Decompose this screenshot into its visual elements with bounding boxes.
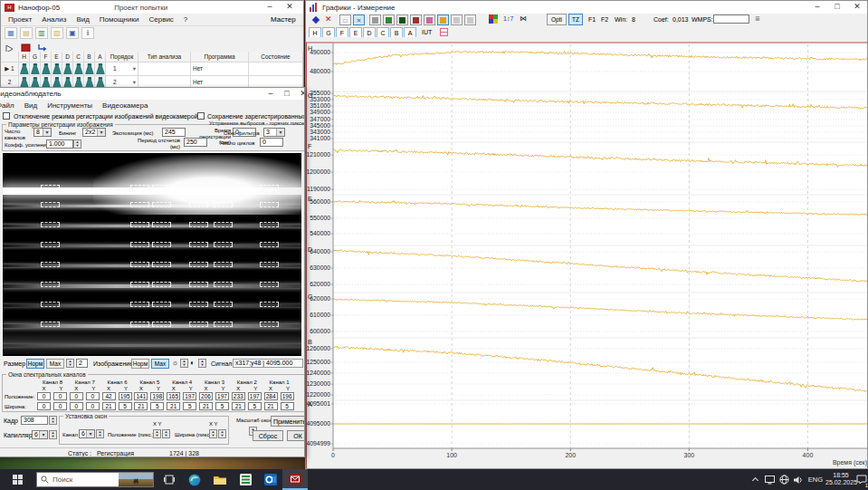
delete-icon[interactable]: ✕: [325, 14, 332, 24]
width-x-input[interactable]: 21: [232, 402, 245, 410]
program-cell[interactable]: Нет: [191, 62, 249, 76]
well-icon[interactable]: [52, 62, 62, 76]
tray-chevron-icon[interactable]: [748, 469, 762, 490]
f2-label[interactable]: F2: [601, 16, 608, 24]
roi-box[interactable]: [41, 282, 60, 287]
iut-label[interactable]: IUT: [422, 29, 432, 36]
series-color-button-5[interactable]: [437, 14, 449, 25]
stack-icon[interactable]: ≣: [755, 15, 760, 23]
roi-box[interactable]: [189, 322, 208, 327]
f1-label[interactable]: F1: [588, 16, 596, 24]
nanofor-menu-2[interactable]: Вид: [76, 15, 89, 24]
save-icon[interactable]: ▣: [66, 27, 79, 39]
roi-box[interactable]: [214, 322, 233, 327]
roi-box[interactable]: [214, 222, 233, 227]
pos-x-input[interactable]: 284: [264, 392, 278, 400]
save-images-checkbox[interactable]: [197, 112, 205, 120]
tray-network-icon[interactable]: [777, 469, 791, 490]
graphs-maximize-button[interactable]: □: [829, 1, 845, 13]
nanofor-minimize-button[interactable]: –: [262, 1, 278, 13]
roi-box[interactable]: [130, 262, 149, 267]
run-icon[interactable]: [5, 41, 17, 52]
filter-window-select[interactable]: 3: [263, 128, 285, 137]
roi-box[interactable]: [41, 302, 60, 307]
roi-box[interactable]: [189, 202, 208, 207]
roi-box[interactable]: [189, 302, 208, 307]
graphs-minimize-button[interactable]: –: [809, 1, 825, 13]
reset-button[interactable]: Сброс: [253, 430, 283, 441]
roi-box[interactable]: [152, 302, 171, 307]
size-spinner[interactable]: [66, 359, 74, 368]
pos-x-input[interactable]: 42: [102, 392, 116, 400]
binning-select[interactable]: 2x2: [82, 128, 106, 137]
roi-box[interactable]: [260, 185, 279, 190]
roi-box[interactable]: [152, 282, 171, 287]
opti-button[interactable]: Opti: [547, 14, 567, 25]
size-norm-button[interactable]: Норм: [26, 359, 44, 369]
roi-box[interactable]: [189, 222, 208, 227]
pos-x-input[interactable]: 233: [232, 392, 245, 400]
green-app-icon[interactable]: [234, 469, 257, 490]
pink-grid-icon[interactable]: [440, 28, 448, 36]
pos-x-input[interactable]: 0: [70, 392, 83, 400]
pos-y-input[interactable]: 0: [53, 392, 67, 400]
pos-x-input[interactable]: 0: [37, 392, 51, 400]
join-icon[interactable]: ⋈: [520, 14, 527, 23]
setup-width-y-spinner[interactable]: [218, 429, 226, 438]
open-folder-icon[interactable]: ▧: [51, 27, 63, 39]
width-x-input[interactable]: 21: [102, 402, 116, 410]
video-maximize-button[interactable]: □: [279, 88, 295, 100]
setup-pos-x-spinner[interactable]: [153, 429, 161, 438]
row-selector[interactable]: ▶ 1: [1, 62, 19, 76]
camera-image[interactable]: [3, 153, 301, 356]
width-y-input[interactable]: 5: [119, 402, 132, 410]
well-icon[interactable]: [62, 62, 73, 76]
roi-box[interactable]: [130, 242, 149, 247]
series-color-button-2[interactable]: [396, 14, 408, 25]
well-icon[interactable]: [95, 62, 106, 76]
width-y-input[interactable]: 5: [281, 402, 294, 410]
roi-box[interactable]: [152, 222, 171, 227]
mail-app-icon-active[interactable]: [282, 469, 308, 490]
notification-center-icon[interactable]: 1: [854, 469, 868, 490]
roi-box[interactable]: [41, 322, 60, 327]
order-cell[interactable]: 1▾: [106, 62, 138, 76]
width-y-input[interactable]: 0: [53, 402, 67, 410]
roi-box[interactable]: [214, 262, 233, 267]
ok-button[interactable]: ОК: [287, 430, 305, 441]
roi-box[interactable]: [130, 322, 149, 327]
order-dropdown-arrow[interactable]: ▾: [133, 62, 136, 75]
video-menu-2[interactable]: Инструменты: [47, 101, 92, 110]
size-max-button[interactable]: Мах: [46, 359, 64, 369]
new-doc-icon[interactable]: ▤: [20, 27, 33, 39]
nanofor-close-button[interactable]: ✕: [281, 1, 298, 13]
series-color-button-4[interactable]: [424, 14, 435, 25]
frame-spinner[interactable]: [49, 416, 57, 425]
roi-box[interactable]: [260, 322, 279, 327]
roi-box[interactable]: [214, 185, 233, 190]
file-explorer-icon[interactable]: [208, 469, 232, 490]
gain-spinner[interactable]: [73, 139, 81, 149]
width-x-input[interactable]: 0: [37, 402, 51, 410]
contrast-icon[interactable]: ◐: [190, 359, 195, 367]
roi-box[interactable]: [41, 202, 60, 207]
brightness-spinner[interactable]: [180, 359, 188, 368]
roi-box[interactable]: [130, 282, 149, 287]
width-x-input[interactable]: 21: [264, 402, 278, 410]
width-y-input[interactable]: 5: [215, 402, 229, 410]
roi-box[interactable]: [41, 185, 60, 190]
roi-box[interactable]: [130, 185, 149, 190]
nanofor-menu-0[interactable]: Проект: [8, 15, 32, 24]
return-arrow-icon[interactable]: [37, 41, 50, 52]
edge-icon[interactable]: [183, 469, 206, 490]
series-color-button-3[interactable]: [410, 14, 422, 25]
roi-box[interactable]: [189, 282, 208, 287]
task-view-button[interactable]: [157, 469, 181, 490]
chart-icon[interactable]: ▥: [35, 27, 48, 39]
cycles-input[interactable]: 0: [260, 138, 283, 147]
image-norm-button[interactable]: Норм: [131, 359, 149, 369]
tray-volume-icon[interactable]: [791, 469, 806, 490]
x-tool-button[interactable]: ✕: [353, 14, 365, 25]
width-x-input[interactable]: 21: [199, 402, 213, 410]
roi-box[interactable]: [260, 302, 279, 307]
